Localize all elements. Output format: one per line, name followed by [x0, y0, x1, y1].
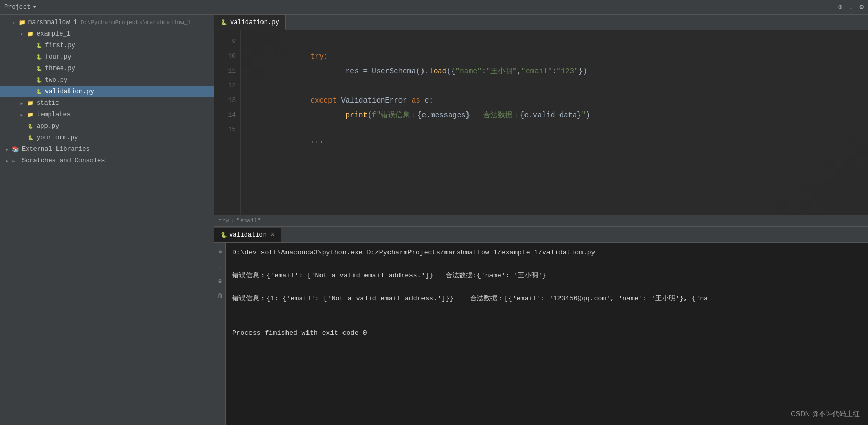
sidebar-tree: ▾ 📁 marshmallow_1 D:\PycharmProjects\mar… [0, 15, 214, 425]
terminal-line-blank1 [232, 259, 862, 270]
terminal-close-btn[interactable]: × [271, 231, 275, 239]
terminal-line-3: 错误信息：{1: {'email': ['Not a valid email a… [232, 293, 862, 305]
punct-colon-10a: : [482, 67, 486, 75]
code-line-15: ''' [249, 122, 868, 137]
sidebar-item-validation-py[interactable]: 🐍 validation.py [0, 86, 214, 97]
folder-icon-static: 📁 [26, 99, 35, 107]
download-icon[interactable]: ↓ [849, 3, 853, 12]
sidebar-root-label: marshmallow_1 [28, 19, 77, 26]
sidebar-label-app-py: app.py [37, 122, 59, 130]
breadcrumb-sep-1: › [231, 218, 235, 224]
sidebar-item-scratches[interactable]: ▶ ✏️ Scratches and Consoles [0, 155, 214, 166]
val-123: "123" [556, 67, 578, 75]
class-userschema: UserSchema [372, 67, 416, 75]
tab-label-validation: validation.py [230, 19, 279, 26]
strip-icon-menu[interactable]: ≡ [215, 247, 225, 256]
key-name: "name" [455, 67, 482, 75]
paren-call: (). [416, 67, 429, 75]
tree-arrow-yourormpy [19, 135, 25, 141]
tree-arrow-threepy [27, 65, 33, 72]
sidebar: ▾ 📁 marshmallow_1 D:\PycharmProjects\mar… [0, 15, 214, 425]
sidebar-item-three-py[interactable]: 🐍 three.py [0, 63, 214, 74]
terminal-line-1: D:\dev_soft\Anaconda3\python.exe D:/Pych… [232, 247, 862, 259]
strip-icon-down[interactable]: ↓ [215, 262, 225, 271]
sidebar-item-first-py[interactable]: 🐍 first.py [0, 40, 214, 51]
sidebar-item-app-py[interactable]: 🐍 app.py [0, 120, 214, 132]
sidebar-label-templates: templates [37, 111, 71, 118]
fstr-evaliddata: {e.valid_data} [520, 111, 581, 119]
sidebar-label-external-libraries: External Libraries [22, 146, 90, 153]
tree-arrow-templates: ▶ [19, 111, 25, 118]
triple-quote: ''' [311, 140, 324, 149]
code-indent-13 [311, 111, 346, 119]
str-legal: 合法数据： [470, 111, 520, 119]
strip-icon-add[interactable]: ⊕ [215, 276, 225, 286]
sync-icon[interactable]: ⊕ [838, 3, 842, 12]
ext-lib-icon: 📚 [12, 146, 20, 153]
folder-icon-templates: 📁 [26, 110, 35, 119]
main-area: ▾ 📁 marshmallow_1 D:\PycharmProjects\mar… [0, 15, 868, 425]
brace-open: { [451, 67, 455, 75]
kw-as: as [412, 96, 420, 105]
tree-arrow-scratches: ▶ [4, 158, 10, 164]
line-num-10: 10 [214, 49, 236, 64]
sidebar-label-four-py: four.py [45, 53, 71, 61]
settings-icon[interactable]: ⚙ [860, 3, 864, 12]
sidebar-item-two-py[interactable]: 🐍 two.py [0, 74, 214, 86]
folder-icon-root: 📁 [18, 18, 26, 27]
tab-py-icon: 🐍 [221, 19, 227, 26]
sidebar-label-example1: example_1 [37, 30, 71, 38]
py-icon-two: 🐍 [35, 76, 43, 84]
bottom-tabs: 🐍 validation × [214, 227, 868, 243]
key-email: "email" [521, 67, 552, 75]
fn-load: load [429, 67, 447, 75]
punct-colon-9: : [324, 52, 328, 61]
code-editor: 9 10 11 12 13 14 15 try: [214, 30, 868, 215]
terminal-line-blank4 [232, 316, 862, 328]
tree-arrow-static: ▶ [19, 100, 25, 106]
sidebar-item-your-orm-py[interactable]: 🐍 your_orm.py [0, 132, 214, 143]
sidebar-label-two-py: two.py [45, 76, 67, 84]
terminal-line-4: Process finished with exit code 0 [232, 328, 862, 339]
val-wangxiaoming: "王小明" [486, 67, 517, 75]
var-e: e: [420, 96, 433, 105]
class-validationerror: ValidationError [337, 96, 412, 105]
scratches-icon: ✏️ [12, 157, 20, 165]
sidebar-item-static[interactable]: ▶ 📁 static [0, 97, 214, 109]
sidebar-item-templates[interactable]: ▶ 📁 templates [0, 109, 214, 120]
line-num-15: 15 [214, 122, 236, 137]
sidebar-item-example1[interactable]: ▾ 📁 example_1 [0, 28, 214, 40]
project-arrow: ▾ [32, 3, 36, 11]
code-line-10: res = UserSchema().load({"name":"王小明","e… [249, 49, 868, 64]
strip-icon-delete[interactable]: 🗑 [215, 291, 225, 300]
code-line-12: except ValidationError as e: [249, 79, 868, 93]
folder-icon-example1: 📁 [26, 30, 35, 38]
project-menu[interactable]: Project ▾ [4, 3, 37, 11]
sidebar-item-root[interactable]: ▾ 📁 marshmallow_1 D:\PycharmProjects\mar… [0, 17, 214, 28]
tree-arrow-apppy [19, 123, 25, 129]
breadcrumb-bar: try › "email" [214, 215, 868, 226]
editor-container: 🐍 validation.py 9 10 11 12 13 14 15 [214, 15, 868, 425]
code-line-9: try: [249, 35, 868, 49]
sidebar-label-static: static [37, 99, 59, 107]
editor-area: 🐍 validation.py 9 10 11 12 13 14 15 [214, 15, 868, 226]
py-icon-first: 🐍 [35, 41, 43, 50]
sidebar-label-three-py: three.py [45, 65, 75, 72]
line-num-14: 14 [214, 108, 236, 122]
tree-arrow-twopy [27, 77, 33, 83]
editor-content[interactable]: 9 10 11 12 13 14 15 try: [214, 30, 868, 215]
brace-close-paren: }) [578, 67, 587, 75]
code-indent-10: res = [311, 67, 372, 75]
fstr-emessages: {e.messages} [417, 111, 470, 119]
str-fstring-close: " [581, 111, 586, 119]
line-num-13: 13 [214, 93, 236, 108]
project-label: Project [4, 4, 30, 11]
terminal-line-blank2 [232, 282, 862, 293]
terminal-tab-label: validation [229, 231, 267, 239]
sidebar-item-external-libraries[interactable]: ▶ 📚 External Libraries [0, 143, 214, 155]
bottom-panel: 🐍 validation × ≡ ↓ ⊕ 🗑 D:\dev_soft\Anaco… [214, 226, 868, 425]
tab-validation-py[interactable]: 🐍 validation.py [214, 15, 286, 30]
tab-validation-terminal[interactable]: 🐍 validation × [214, 228, 281, 242]
sidebar-item-four-py[interactable]: 🐍 four.py [0, 51, 214, 63]
py-icon-app: 🐍 [26, 122, 35, 130]
